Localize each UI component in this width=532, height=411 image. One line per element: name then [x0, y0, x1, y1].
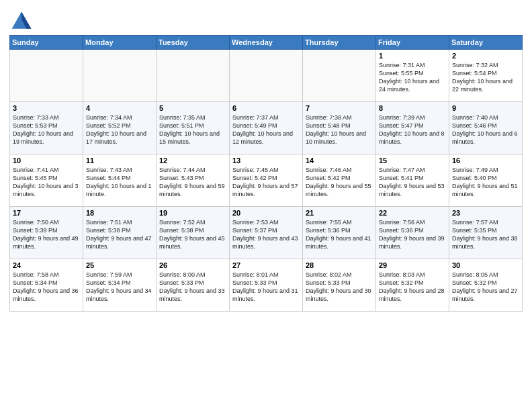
calendar-header-row: SundayMondayTuesdayWednesdayThursdayFrid… — [10, 36, 523, 50]
calendar-cell: 29Sunrise: 8:03 AM Sunset: 5:32 PM Dayli… — [376, 259, 449, 312]
calendar-cell: 25Sunrise: 7:59 AM Sunset: 5:34 PM Dayli… — [83, 259, 157, 312]
calendar-header-monday: Monday — [83, 36, 157, 50]
logo — [9, 9, 36, 34]
calendar-cell — [303, 50, 376, 102]
day-number: 10 — [13, 156, 80, 165]
calendar-cell — [83, 50, 157, 102]
day-info: Sunrise: 8:03 AM Sunset: 5:32 PM Dayligh… — [379, 271, 446, 304]
calendar-week-row: 24Sunrise: 7:58 AM Sunset: 5:34 PM Dayli… — [10, 259, 523, 312]
day-info: Sunrise: 7:44 AM Sunset: 5:43 PM Dayligh… — [159, 166, 226, 199]
calendar-cell: 5Sunrise: 7:35 AM Sunset: 5:51 PM Daylig… — [157, 102, 230, 154]
day-number: 26 — [159, 261, 226, 269]
day-info: Sunrise: 7:58 AM Sunset: 5:34 PM Dayligh… — [13, 271, 80, 304]
calendar-cell: 6Sunrise: 7:37 AM Sunset: 5:49 PM Daylig… — [230, 102, 303, 154]
day-info: Sunrise: 7:59 AM Sunset: 5:34 PM Dayligh… — [86, 271, 153, 304]
day-info: Sunrise: 8:05 AM Sunset: 5:32 PM Dayligh… — [452, 271, 519, 304]
day-info: Sunrise: 7:33 AM Sunset: 5:53 PM Dayligh… — [13, 113, 80, 146]
calendar-cell — [157, 50, 230, 102]
calendar-cell: 3Sunrise: 7:33 AM Sunset: 5:53 PM Daylig… — [10, 102, 83, 154]
calendar-week-row: 10Sunrise: 7:41 AM Sunset: 5:45 PM Dayli… — [10, 154, 523, 207]
day-info: Sunrise: 8:02 AM Sunset: 5:33 PM Dayligh… — [306, 271, 373, 304]
calendar-cell: 18Sunrise: 7:51 AM Sunset: 5:38 PM Dayli… — [83, 207, 157, 259]
day-info: Sunrise: 7:31 AM Sunset: 5:55 PM Dayligh… — [379, 61, 446, 94]
day-number: 11 — [86, 156, 153, 165]
day-number: 30 — [452, 261, 519, 269]
day-info: Sunrise: 7:55 AM Sunset: 5:36 PM Dayligh… — [306, 218, 373, 251]
day-info: Sunrise: 7:38 AM Sunset: 5:48 PM Dayligh… — [306, 113, 373, 146]
day-number: 3 — [13, 104, 80, 112]
day-number: 19 — [159, 209, 226, 217]
day-info: Sunrise: 7:51 AM Sunset: 5:38 PM Dayligh… — [86, 218, 153, 251]
calendar-cell: 27Sunrise: 8:01 AM Sunset: 5:33 PM Dayli… — [230, 259, 303, 312]
calendar-cell: 15Sunrise: 7:47 AM Sunset: 5:41 PM Dayli… — [376, 154, 449, 207]
day-info: Sunrise: 7:32 AM Sunset: 5:54 PM Dayligh… — [452, 61, 519, 94]
day-number: 4 — [86, 104, 153, 112]
calendar-cell: 22Sunrise: 7:56 AM Sunset: 5:36 PM Dayli… — [376, 207, 449, 259]
day-number: 1 — [379, 52, 446, 60]
day-number: 8 — [379, 104, 446, 112]
calendar-header-sunday: Sunday — [10, 36, 83, 50]
day-number: 22 — [379, 209, 446, 217]
calendar-header-tuesday: Tuesday — [157, 36, 230, 50]
day-number: 13 — [232, 156, 300, 165]
calendar-cell: 9Sunrise: 7:40 AM Sunset: 5:46 PM Daylig… — [449, 102, 523, 154]
day-number: 9 — [452, 104, 519, 112]
day-number: 15 — [379, 156, 446, 165]
calendar-cell: 20Sunrise: 7:53 AM Sunset: 5:37 PM Dayli… — [230, 207, 303, 259]
day-info: Sunrise: 7:41 AM Sunset: 5:45 PM Dayligh… — [13, 166, 80, 199]
day-info: Sunrise: 7:50 AM Sunset: 5:39 PM Dayligh… — [13, 218, 80, 251]
calendar-cell: 28Sunrise: 8:02 AM Sunset: 5:33 PM Dayli… — [303, 259, 376, 312]
calendar-header-thursday: Thursday — [303, 36, 376, 50]
calendar-cell: 12Sunrise: 7:44 AM Sunset: 5:43 PM Dayli… — [157, 154, 230, 207]
calendar-cell: 16Sunrise: 7:49 AM Sunset: 5:40 PM Dayli… — [449, 154, 523, 207]
day-number: 20 — [232, 209, 300, 217]
calendar-header-wednesday: Wednesday — [230, 36, 303, 50]
day-number: 29 — [379, 261, 446, 269]
calendar-cell: 2Sunrise: 7:32 AM Sunset: 5:54 PM Daylig… — [449, 50, 523, 102]
calendar-cell — [230, 50, 303, 102]
calendar-cell: 13Sunrise: 7:45 AM Sunset: 5:42 PM Dayli… — [230, 154, 303, 207]
calendar-cell: 7Sunrise: 7:38 AM Sunset: 5:48 PM Daylig… — [303, 102, 376, 154]
calendar-week-row: 3Sunrise: 7:33 AM Sunset: 5:53 PM Daylig… — [10, 102, 523, 154]
calendar-table: SundayMondayTuesdayWednesdayThursdayFrid… — [9, 35, 523, 312]
day-number: 17 — [13, 209, 80, 217]
day-number: 28 — [306, 261, 373, 269]
day-info: Sunrise: 7:52 AM Sunset: 5:38 PM Dayligh… — [159, 218, 226, 251]
day-number: 23 — [452, 209, 519, 217]
day-info: Sunrise: 7:39 AM Sunset: 5:47 PM Dayligh… — [379, 113, 446, 146]
day-number: 6 — [232, 104, 300, 112]
day-info: Sunrise: 7:45 AM Sunset: 5:42 PM Dayligh… — [232, 166, 300, 199]
day-number: 18 — [86, 209, 153, 217]
calendar-cell: 1Sunrise: 7:31 AM Sunset: 5:55 PM Daylig… — [376, 50, 449, 102]
day-number: 27 — [232, 261, 300, 269]
day-number: 24 — [13, 261, 80, 269]
calendar-week-row: 17Sunrise: 7:50 AM Sunset: 5:39 PM Dayli… — [10, 207, 523, 259]
calendar-cell: 24Sunrise: 7:58 AM Sunset: 5:34 PM Dayli… — [10, 259, 83, 312]
calendar-cell: 26Sunrise: 8:00 AM Sunset: 5:33 PM Dayli… — [157, 259, 230, 312]
calendar-cell: 10Sunrise: 7:41 AM Sunset: 5:45 PM Dayli… — [10, 154, 83, 207]
day-number: 12 — [159, 156, 226, 165]
day-info: Sunrise: 7:57 AM Sunset: 5:35 PM Dayligh… — [452, 218, 519, 251]
day-info: Sunrise: 7:53 AM Sunset: 5:37 PM Dayligh… — [232, 218, 300, 251]
calendar-cell: 23Sunrise: 7:57 AM Sunset: 5:35 PM Dayli… — [449, 207, 523, 259]
calendar-cell — [10, 50, 83, 102]
calendar-header-saturday: Saturday — [449, 36, 523, 50]
day-number: 7 — [306, 104, 373, 112]
day-info: Sunrise: 7:49 AM Sunset: 5:40 PM Dayligh… — [452, 166, 519, 199]
day-number: 16 — [452, 156, 519, 165]
calendar-header-friday: Friday — [376, 36, 449, 50]
calendar-cell: 11Sunrise: 7:43 AM Sunset: 5:44 PM Dayli… — [83, 154, 157, 207]
calendar-cell: 21Sunrise: 7:55 AM Sunset: 5:36 PM Dayli… — [303, 207, 376, 259]
day-number: 2 — [452, 52, 519, 60]
day-info: Sunrise: 7:40 AM Sunset: 5:46 PM Dayligh… — [452, 113, 519, 146]
day-number: 14 — [306, 156, 373, 165]
calendar-cell: 17Sunrise: 7:50 AM Sunset: 5:39 PM Dayli… — [10, 207, 83, 259]
calendar-cell: 4Sunrise: 7:34 AM Sunset: 5:52 PM Daylig… — [83, 102, 157, 154]
day-info: Sunrise: 8:00 AM Sunset: 5:33 PM Dayligh… — [159, 271, 226, 304]
page-container: SundayMondayTuesdayWednesdayThursdayFrid… — [0, 0, 532, 316]
calendar-week-row: 1Sunrise: 7:31 AM Sunset: 5:55 PM Daylig… — [10, 50, 523, 102]
day-number: 5 — [159, 104, 226, 112]
calendar-cell: 8Sunrise: 7:39 AM Sunset: 5:47 PM Daylig… — [376, 102, 449, 154]
day-info: Sunrise: 7:37 AM Sunset: 5:49 PM Dayligh… — [232, 113, 300, 146]
header — [9, 7, 523, 34]
